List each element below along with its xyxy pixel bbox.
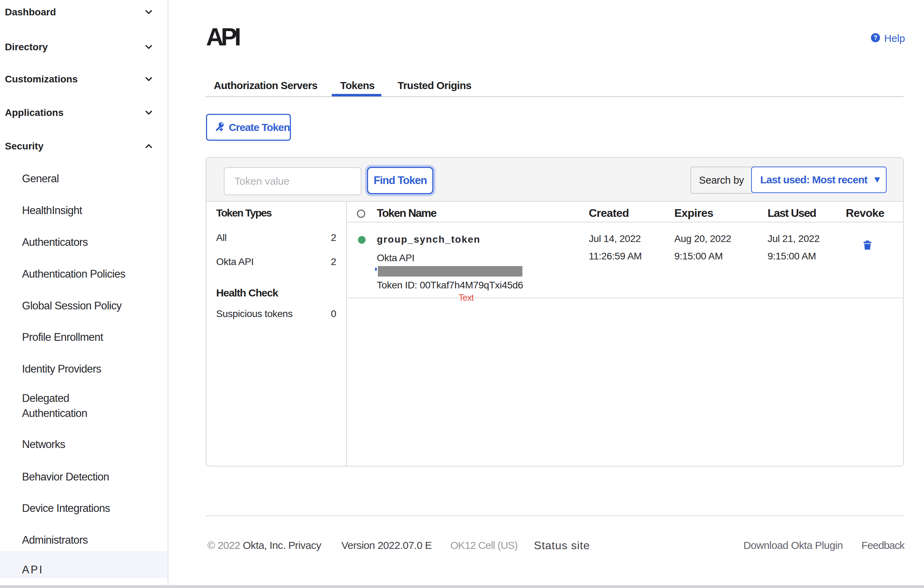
svg-text:?: ? — [874, 34, 878, 41]
